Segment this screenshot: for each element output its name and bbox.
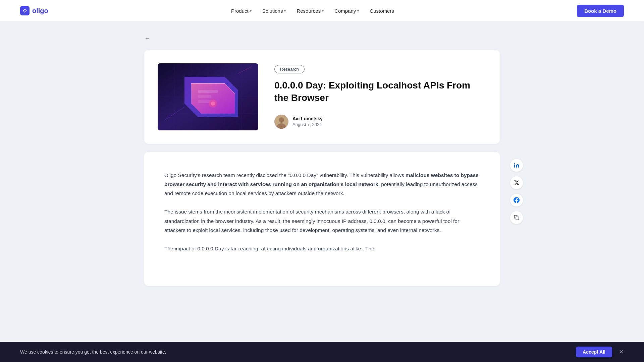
nav-customers[interactable]: Customers (370, 8, 394, 14)
close-cookie-button[interactable]: ✕ (619, 348, 624, 356)
article-title: 0.0.0.0 Day: Exploiting Localhost APIs F… (274, 79, 486, 104)
article-image (158, 63, 258, 130)
article-header-card: Research 0.0.0.0 Day: Exploiting Localho… (144, 50, 500, 144)
social-sidebar (510, 159, 523, 224)
nav-product[interactable]: Product ▾ (231, 8, 252, 14)
facebook-icon (514, 197, 520, 203)
avatar-image (274, 115, 288, 129)
article-content: Oligo Security's research team recently … (144, 152, 500, 286)
cookie-banner: We use cookies to ensure you get the bes… (0, 342, 644, 362)
article-content-wrapper: Oligo Security's research team recently … (144, 152, 500, 286)
avatar (274, 115, 288, 129)
chevron-down-icon: ▾ (250, 9, 252, 13)
nav-menu: Product ▾ Solutions ▾ Resources ▾ Compan… (231, 8, 394, 14)
nav-solutions[interactable]: Solutions ▾ (262, 8, 286, 14)
page-body: ← (138, 21, 506, 313)
navbar: oligo Product ▾ Solutions ▾ Resources ▾ … (0, 0, 644, 21)
article-date: August 7, 2024 (292, 122, 323, 127)
article-image-svg (158, 63, 258, 130)
copy-icon (514, 215, 519, 220)
nav-resources[interactable]: Resources ▾ (297, 8, 324, 14)
svg-point-25 (514, 163, 515, 164)
cookie-actions: Accept All ✕ (576, 347, 624, 357)
chevron-down-icon: ▾ (322, 9, 324, 13)
accept-cookies-button[interactable]: Accept All (576, 347, 612, 357)
chevron-down-icon: ▾ (357, 9, 359, 13)
brand-logo[interactable]: oligo (20, 6, 48, 15)
author-row: Avi Lumelsky August 7, 2024 (274, 115, 486, 129)
paragraph-1: Oligo Security's research team recently … (164, 171, 480, 198)
author-info: Avi Lumelsky August 7, 2024 (292, 116, 323, 127)
cookie-message: We use cookies to ensure you get the bes… (20, 349, 166, 355)
svg-marker-12 (191, 83, 235, 114)
facebook-share-button[interactable] (510, 193, 523, 207)
paragraph-2: The issue stems from the inconsistent im… (164, 207, 480, 234)
svg-point-1 (24, 10, 26, 12)
svg-rect-26 (516, 217, 519, 220)
svg-rect-16 (198, 95, 211, 98)
research-badge[interactable]: Research (274, 65, 305, 73)
twitter-x-icon (514, 180, 519, 185)
svg-point-19 (211, 102, 215, 106)
chevron-down-icon: ▾ (284, 9, 286, 13)
twitter-share-button[interactable] (510, 176, 523, 189)
author-name: Avi Lumelsky (292, 116, 323, 121)
paragraph-3: The impact of 0.0.0.0 Day is far-reachin… (164, 244, 480, 253)
article-meta: Research 0.0.0.0 Day: Exploiting Localho… (274, 65, 486, 129)
svg-point-23 (279, 117, 284, 123)
book-demo-button[interactable]: Book a Demo (577, 5, 624, 17)
logo-icon (20, 6, 30, 15)
svg-rect-15 (198, 90, 218, 93)
linkedin-share-button[interactable] (510, 159, 523, 172)
nav-company[interactable]: Company ▾ (334, 8, 359, 14)
copy-link-button[interactable] (510, 211, 523, 224)
back-button[interactable]: ← (144, 35, 150, 42)
linkedin-icon (514, 162, 520, 168)
